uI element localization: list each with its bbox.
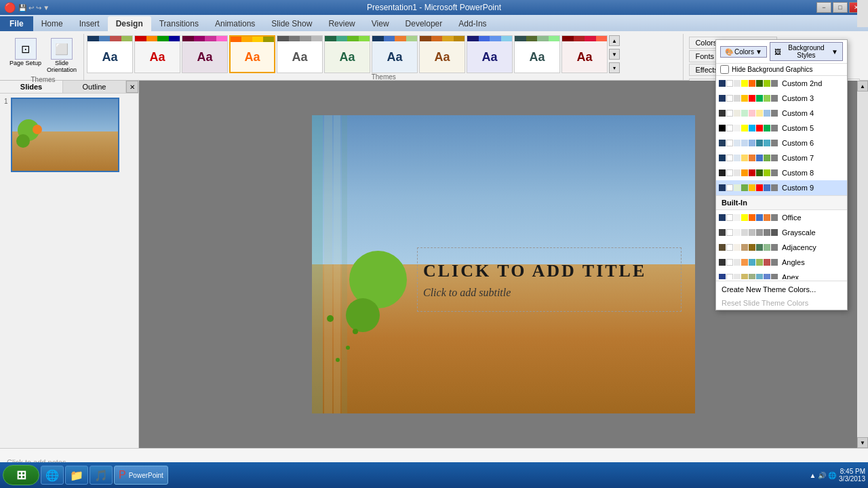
swatch <box>771 95 778 102</box>
swatch <box>756 229 763 236</box>
theme-item-3[interactable]: Aa <box>182 35 228 73</box>
swatch <box>749 80 755 87</box>
tab-slideshow[interactable]: Slide Show <box>263 16 320 31</box>
color-row-grayscale[interactable]: Grayscale <box>716 225 847 240</box>
taskbar-right: ▲ 🔊 🌐 8:45 PM 3/3/2013 <box>810 468 865 483</box>
theme-item-oriel[interactable]: Aa <box>229 35 275 73</box>
color-row-adjacency[interactable]: Adjacency <box>716 240 847 255</box>
color-row-custom4[interactable]: Custom 4 <box>716 106 847 121</box>
hide-bg-checkbox[interactable] <box>720 65 729 74</box>
swatch <box>726 110 733 117</box>
time: 8:45 PM <box>839 468 865 475</box>
theme-item-6[interactable]: Aa <box>324 35 370 73</box>
page-setup-group-label: Themes <box>31 76 55 83</box>
swatch <box>719 184 726 191</box>
themes-scroll[interactable]: ▲ ▼ ▾ <box>609 35 620 73</box>
color-row-custom5[interactable]: Custom 5 <box>716 121 847 136</box>
theme-item-2[interactable]: Aa <box>134 35 180 73</box>
green-circle-med <box>346 298 380 332</box>
slide-title[interactable]: CLICK TO ADD TITLE <box>418 258 681 284</box>
swatches-custom9 <box>719 184 778 191</box>
background-styles-panel-button[interactable]: 🖼 Background Styles ▼ <box>770 42 843 61</box>
swatch <box>764 140 770 146</box>
create-new-colors-button[interactable]: Create New Theme Colors... <box>716 283 847 296</box>
color-row-angles[interactable]: Angles <box>716 255 847 270</box>
slide-1-thumbnail[interactable] <box>11 98 119 172</box>
slide-orientation-icon: ⬜ <box>51 38 73 60</box>
taskbar-explorer[interactable]: 📁 <box>65 466 88 485</box>
themes-scroll-up[interactable]: ▲ <box>609 35 620 46</box>
maximize-button[interactable]: □ <box>833 2 848 13</box>
slide-canvas[interactable]: CLICK TO ADD TITLE Click to add subtitle <box>312 115 695 413</box>
theme-item-5[interactable]: Aa <box>277 35 323 73</box>
theme-item-8[interactable]: Aa <box>419 35 465 73</box>
themes-scroll-more[interactable]: ▾ <box>609 62 620 73</box>
scroll-up-button[interactable]: ▲ <box>857 81 868 92</box>
color-row-custom7[interactable]: Custom 7 <box>716 150 847 165</box>
tab-home[interactable]: Home <box>33 16 71 31</box>
theme-item-11[interactable]: Aa <box>561 35 608 73</box>
theme-item-10[interactable]: Aa <box>514 35 560 73</box>
slides-panel: 1 <box>0 94 138 448</box>
system-clock[interactable]: 8:45 PM 3/3/2013 <box>839 468 865 483</box>
tray-icons: ▲ 🔊 🌐 <box>810 472 836 479</box>
tab-review[interactable]: Review <box>320 16 363 31</box>
tab-design[interactable]: Design <box>108 16 151 31</box>
title-bar-left: 🔴 💾 ↩ ↪ ▼ <box>4 2 50 13</box>
swatch <box>771 110 778 117</box>
hide-bg-row: Hide Background Graphics <box>716 64 847 76</box>
tab-file[interactable]: File <box>0 16 33 31</box>
swatch <box>719 80 726 87</box>
theme-item-9[interactable]: Aa <box>467 35 513 73</box>
swatch <box>756 184 763 191</box>
color-row-label-custom3: Custom 3 <box>782 94 814 102</box>
colors-dropdown-arrow: ▼ <box>755 48 762 56</box>
swatch <box>771 229 778 236</box>
swatch <box>771 274 778 279</box>
swatches-custom8 <box>719 169 778 176</box>
scroll-down-button[interactable]: ▼ <box>857 437 868 448</box>
color-row-label-apex: Apex <box>782 273 799 279</box>
colors-button-panel[interactable]: 🎨 Colors ▼ <box>720 46 767 58</box>
tab-developer[interactable]: Developer <box>397 16 451 31</box>
swatch <box>749 184 755 191</box>
themes-scroll-down[interactable]: ▼ <box>609 49 620 60</box>
tab-animations[interactable]: Animations <box>207 16 263 31</box>
swatch <box>756 125 763 131</box>
swatch <box>726 140 733 146</box>
color-row-apex[interactable]: Apex <box>716 270 847 279</box>
color-row-custom9[interactable]: Custom 9 <box>716 180 847 195</box>
swatch <box>771 184 778 191</box>
start-button[interactable]: ⊞ <box>3 465 39 485</box>
slide-subtitle[interactable]: Click to add subtitle <box>418 284 681 302</box>
slide-orientation-button[interactable]: ⬜ SlideOrientation <box>45 37 78 75</box>
tab-addins[interactable]: Add-Ins <box>450 16 494 31</box>
outline-tab[interactable]: Outline <box>63 81 126 93</box>
minimize-button[interactable]: − <box>816 2 831 13</box>
taskbar-ie[interactable]: 🌐 <box>41 466 64 485</box>
quick-access[interactable]: 💾 ↩ ↪ ▼ <box>18 4 50 12</box>
sidebar-close-button[interactable]: ✕ <box>126 81 138 93</box>
swatches-apex <box>719 274 778 279</box>
swatch <box>771 125 778 131</box>
page-setup-button[interactable]: ⊡ Page Setup <box>8 37 43 75</box>
taskbar-powerpoint[interactable]: P PowerPoint <box>114 466 168 485</box>
color-row-custom6[interactable]: Custom 6 <box>716 136 847 150</box>
swatches-office <box>719 214 778 221</box>
color-row-custom3[interactable]: Custom 3 <box>716 91 847 106</box>
colors-panel-top: 🎨 Colors ▼ 🖼 Background Styles ▼ <box>716 40 847 64</box>
swatch <box>756 140 763 146</box>
theme-item-1[interactable]: Aa <box>87 35 133 73</box>
color-row-custom8[interactable]: Custom 8 <box>716 165 847 180</box>
theme-item-7[interactable]: Aa <box>372 35 418 73</box>
color-row-custom2[interactable]: Custom 2nd <box>716 76 847 91</box>
tab-transitions[interactable]: Transitions <box>151 16 207 31</box>
tab-insert[interactable]: Insert <box>71 16 108 31</box>
taskbar-media[interactable]: 🎵 <box>90 466 113 485</box>
swatch <box>756 214 763 221</box>
swatch <box>741 229 748 236</box>
vertical-scrollbar[interactable]: ▲ ▼ <box>857 81 868 448</box>
title-textbox[interactable]: CLICK TO ADD TITLE Click to add subtitle <box>417 247 682 312</box>
color-row-office[interactable]: Office <box>716 210 847 225</box>
tab-view[interactable]: View <box>363 16 397 31</box>
